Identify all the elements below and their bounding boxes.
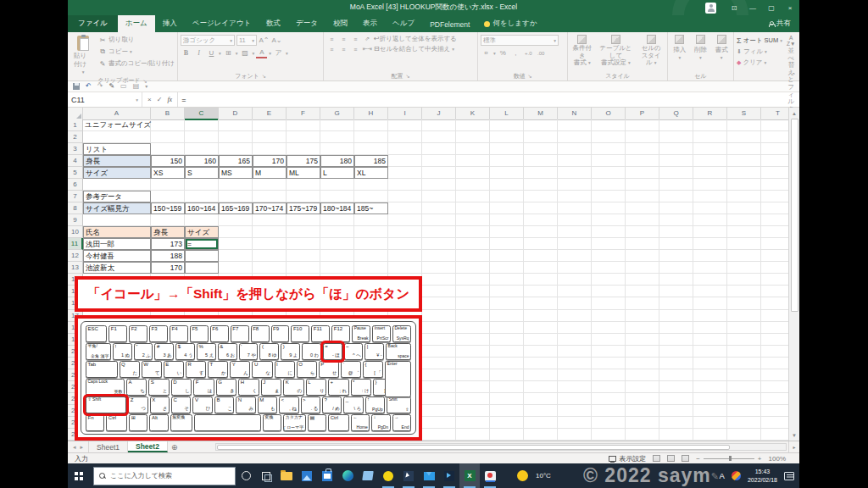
italic-button[interactable]: I	[193, 47, 204, 58]
cell-I4[interactable]	[388, 155, 422, 167]
copy-button[interactable]: ⧉コピー ▾	[98, 47, 175, 57]
hscroll-thumb[interactable]	[217, 445, 730, 450]
cell-S13[interactable]	[727, 262, 761, 274]
cell-Q11[interactable]	[659, 238, 693, 250]
cell-L23[interactable]	[490, 381, 524, 393]
cell-H13[interactable]	[354, 262, 388, 274]
cut-button[interactable]: ✂切り取り	[98, 35, 175, 45]
cell-Q20[interactable]	[659, 346, 693, 358]
cell-F7[interactable]	[287, 191, 320, 202]
cell-M27[interactable]	[524, 429, 558, 441]
cell-N23[interactable]	[558, 381, 592, 393]
increase-decimal-button[interactable]: +.0	[523, 47, 534, 58]
cell-M12[interactable]	[524, 250, 558, 262]
cell-E5[interactable]: M	[253, 167, 287, 179]
bold-button[interactable]: B	[181, 47, 192, 58]
phonetic-button[interactable]: ア	[273, 47, 284, 58]
cell-L21[interactable]	[490, 358, 524, 369]
cell-H7[interactable]	[354, 191, 388, 202]
cell-H8[interactable]: 185~	[354, 202, 388, 214]
ribbon-tab-9[interactable]: ヘルプ	[385, 15, 422, 32]
share-button[interactable]: 共有	[760, 15, 799, 32]
cell-R10[interactable]	[693, 226, 727, 238]
cell-J7[interactable]	[422, 191, 456, 202]
cell-K13[interactable]	[456, 262, 490, 274]
cell-P9[interactable]	[626, 214, 659, 226]
cell-S8[interactable]	[727, 202, 761, 214]
cell-G9[interactable]	[320, 214, 354, 226]
autosum-button[interactable]: Σオート SUM ▾	[737, 36, 782, 46]
percent-format-button[interactable]: %	[498, 47, 509, 58]
tell-me-box[interactable]: 何をしますか	[477, 15, 543, 32]
cell-P17[interactable]	[626, 310, 659, 322]
cell-C8[interactable]: 160~164	[185, 202, 219, 214]
cell-R1[interactable]	[693, 119, 727, 131]
cell-O14[interactable]	[592, 274, 626, 286]
row-header-5[interactable]: 5	[68, 167, 83, 179]
row-header-2[interactable]: 2	[68, 131, 83, 143]
cell-P13[interactable]	[626, 262, 659, 274]
cell-N6[interactable]	[558, 179, 592, 191]
cell-I6[interactable]	[388, 179, 422, 191]
cell-S9[interactable]	[727, 214, 761, 226]
taskbar-clock[interactable]: 15:43 2022/02/18	[748, 468, 777, 483]
row-header-6[interactable]: 6	[68, 179, 83, 191]
user-avatar[interactable]	[705, 3, 716, 14]
cell-J21[interactable]	[422, 358, 456, 369]
page-layout-view-icon[interactable]	[667, 455, 675, 462]
cell-J6[interactable]	[422, 179, 456, 191]
grow-font-button[interactable]: A⌃	[259, 35, 270, 46]
cell-Q17[interactable]	[659, 310, 693, 322]
align-center-icon[interactable]: ≡	[338, 47, 348, 53]
cell-S5[interactable]	[727, 167, 761, 179]
cell-M21[interactable]	[524, 358, 558, 369]
align-right-icon[interactable]: ≡	[350, 47, 360, 53]
cell-F1[interactable]	[287, 119, 320, 131]
cell-K24[interactable]	[456, 393, 490, 405]
cell-K25[interactable]	[456, 405, 490, 417]
cell-I5[interactable]	[388, 167, 422, 179]
cell-O19[interactable]	[592, 334, 626, 346]
column-header-Q[interactable]: Q	[659, 108, 693, 120]
cell-M23[interactable]	[524, 381, 558, 393]
cell-A4[interactable]: 身長	[83, 155, 151, 167]
column-header-P[interactable]: P	[626, 108, 659, 120]
cell-B5[interactable]: XS	[151, 167, 185, 179]
column-header-D[interactable]: D	[219, 108, 253, 120]
cell-J26[interactable]	[422, 417, 456, 429]
cell-P20[interactable]	[626, 346, 659, 358]
cell-N12[interactable]	[558, 250, 592, 262]
cell-Q13[interactable]	[659, 262, 693, 274]
cell-E4[interactable]: 170	[253, 155, 287, 167]
cell-J5[interactable]	[422, 167, 456, 179]
cell-O8[interactable]	[592, 202, 626, 214]
cell-P21[interactable]	[626, 358, 659, 369]
cell-P24[interactable]	[626, 393, 659, 405]
align-middle-icon[interactable]: ≡	[338, 36, 348, 42]
cell-P16[interactable]	[626, 297, 659, 309]
cell-G1[interactable]	[320, 119, 354, 131]
cell-L18[interactable]	[490, 322, 524, 334]
cell-Q26[interactable]	[659, 417, 693, 429]
cell-N24[interactable]	[558, 393, 592, 405]
cell-L27[interactable]	[490, 429, 524, 441]
cell-C7[interactable]	[185, 191, 219, 202]
cell-O4[interactable]	[592, 155, 626, 167]
cell-P3[interactable]	[626, 143, 659, 155]
normal-view-icon[interactable]	[653, 455, 660, 462]
cell-I8[interactable]	[388, 202, 422, 214]
cell-C1[interactable]	[185, 119, 219, 131]
taskbar-search-box[interactable]: ここに入力して検索	[93, 467, 236, 485]
cell-N13[interactable]	[558, 262, 592, 274]
cell-P1[interactable]	[626, 119, 659, 131]
cell-O11[interactable]	[592, 238, 626, 250]
insert-cells-button[interactable]: 挿入▾	[670, 34, 688, 61]
cell-L2[interactable]	[490, 131, 524, 143]
cell-I7[interactable]	[388, 191, 422, 202]
cell-A7[interactable]: 参考データ	[83, 191, 151, 202]
excel-taskbar-button[interactable]: X	[459, 463, 480, 488]
cell-B6[interactable]	[151, 179, 185, 191]
cell-M20[interactable]	[524, 346, 558, 358]
cell-Q18[interactable]	[659, 322, 693, 334]
cell-O17[interactable]	[592, 310, 626, 322]
